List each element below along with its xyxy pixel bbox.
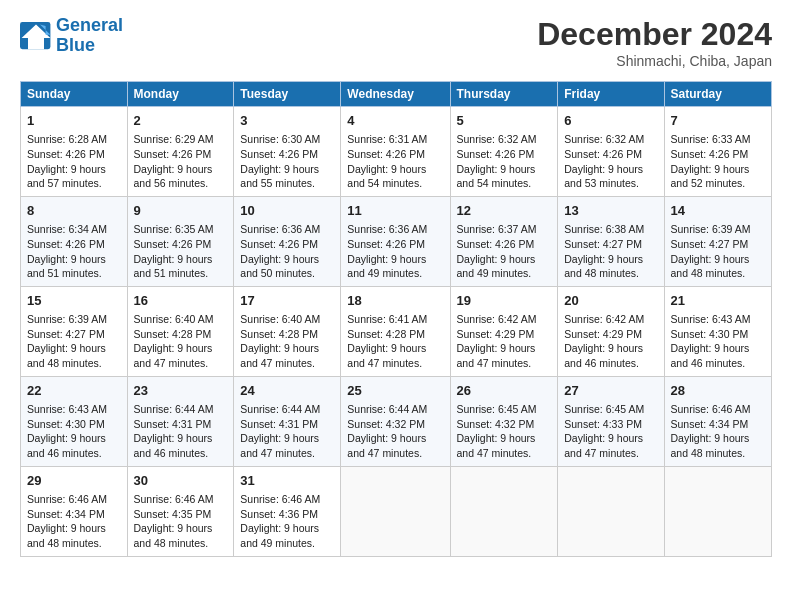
day-cell: 11Sunrise: 6:36 AMSunset: 4:26 PMDayligh… <box>341 196 450 286</box>
day-info-line: Sunrise: 6:45 AM <box>457 402 552 417</box>
day-number: 3 <box>240 112 334 130</box>
day-number: 12 <box>457 202 552 220</box>
day-info-line: Sunrise: 6:44 AM <box>240 402 334 417</box>
day-number: 27 <box>564 382 657 400</box>
day-number: 21 <box>671 292 765 310</box>
day-cell: 6Sunrise: 6:32 AMSunset: 4:26 PMDaylight… <box>558 107 664 197</box>
day-info-line: Daylight: 9 hours and 49 minutes. <box>347 252 443 281</box>
day-info-line: Sunrise: 6:31 AM <box>347 132 443 147</box>
day-number: 19 <box>457 292 552 310</box>
day-info-line: Sunset: 4:27 PM <box>27 327 121 342</box>
day-cell: 14Sunrise: 6:39 AMSunset: 4:27 PMDayligh… <box>664 196 771 286</box>
day-info-line: Sunrise: 6:46 AM <box>671 402 765 417</box>
day-cell: 28Sunrise: 6:46 AMSunset: 4:34 PMDayligh… <box>664 376 771 466</box>
day-number: 9 <box>134 202 228 220</box>
logo-icon <box>20 22 52 50</box>
day-info-line: Sunset: 4:26 PM <box>134 237 228 252</box>
day-cell <box>450 466 558 556</box>
header-row: SundayMondayTuesdayWednesdayThursdayFrid… <box>21 82 772 107</box>
day-info-line: Sunset: 4:28 PM <box>347 327 443 342</box>
day-info-line: Sunrise: 6:46 AM <box>134 492 228 507</box>
header-cell-sunday: Sunday <box>21 82 128 107</box>
day-info-line: Sunrise: 6:43 AM <box>27 402 121 417</box>
day-cell: 21Sunrise: 6:43 AMSunset: 4:30 PMDayligh… <box>664 286 771 376</box>
day-cell <box>558 466 664 556</box>
day-info-line: Sunrise: 6:36 AM <box>347 222 443 237</box>
day-number: 20 <box>564 292 657 310</box>
day-cell: 2Sunrise: 6:29 AMSunset: 4:26 PMDaylight… <box>127 107 234 197</box>
day-number: 17 <box>240 292 334 310</box>
day-cell: 9Sunrise: 6:35 AMSunset: 4:26 PMDaylight… <box>127 196 234 286</box>
day-info-line: Daylight: 9 hours and 46 minutes. <box>27 431 121 460</box>
day-info-line: Daylight: 9 hours and 47 minutes. <box>347 341 443 370</box>
day-info-line: Daylight: 9 hours and 46 minutes. <box>564 341 657 370</box>
day-info-line: Sunrise: 6:40 AM <box>240 312 334 327</box>
logo-blue: Blue <box>56 35 95 55</box>
day-number: 24 <box>240 382 334 400</box>
day-cell: 22Sunrise: 6:43 AMSunset: 4:30 PMDayligh… <box>21 376 128 466</box>
day-number: 5 <box>457 112 552 130</box>
day-number: 29 <box>27 472 121 490</box>
day-info-line: Sunset: 4:32 PM <box>457 417 552 432</box>
day-number: 1 <box>27 112 121 130</box>
day-cell: 15Sunrise: 6:39 AMSunset: 4:27 PMDayligh… <box>21 286 128 376</box>
day-number: 28 <box>671 382 765 400</box>
day-info-line: Daylight: 9 hours and 51 minutes. <box>27 252 121 281</box>
day-info-line: Sunrise: 6:33 AM <box>671 132 765 147</box>
day-number: 25 <box>347 382 443 400</box>
day-info-line: Sunrise: 6:38 AM <box>564 222 657 237</box>
logo-text: General Blue <box>56 16 123 56</box>
day-cell: 30Sunrise: 6:46 AMSunset: 4:35 PMDayligh… <box>127 466 234 556</box>
day-cell: 12Sunrise: 6:37 AMSunset: 4:26 PMDayligh… <box>450 196 558 286</box>
day-number: 26 <box>457 382 552 400</box>
day-cell: 31Sunrise: 6:46 AMSunset: 4:36 PMDayligh… <box>234 466 341 556</box>
day-number: 30 <box>134 472 228 490</box>
subtitle: Shinmachi, Chiba, Japan <box>537 53 772 69</box>
calendar-body: 1Sunrise: 6:28 AMSunset: 4:26 PMDaylight… <box>21 107 772 557</box>
day-cell <box>664 466 771 556</box>
day-info-line: Sunset: 4:26 PM <box>457 147 552 162</box>
day-info-line: Sunset: 4:26 PM <box>347 237 443 252</box>
day-info-line: Sunrise: 6:36 AM <box>240 222 334 237</box>
day-cell: 8Sunrise: 6:34 AMSunset: 4:26 PMDaylight… <box>21 196 128 286</box>
day-info-line: Daylight: 9 hours and 52 minutes. <box>671 162 765 191</box>
day-info-line: Sunrise: 6:39 AM <box>27 312 121 327</box>
header-cell-saturday: Saturday <box>664 82 771 107</box>
day-cell: 26Sunrise: 6:45 AMSunset: 4:32 PMDayligh… <box>450 376 558 466</box>
day-info-line: Sunrise: 6:44 AM <box>134 402 228 417</box>
day-info-line: Sunset: 4:26 PM <box>457 237 552 252</box>
day-number: 4 <box>347 112 443 130</box>
main-title: December 2024 <box>537 16 772 53</box>
day-info-line: Sunset: 4:28 PM <box>240 327 334 342</box>
day-info-line: Sunset: 4:35 PM <box>134 507 228 522</box>
day-cell <box>341 466 450 556</box>
day-info-line: Daylight: 9 hours and 50 minutes. <box>240 252 334 281</box>
day-info-line: Sunset: 4:33 PM <box>564 417 657 432</box>
day-info-line: Daylight: 9 hours and 49 minutes. <box>457 252 552 281</box>
day-info-line: Daylight: 9 hours and 48 minutes. <box>671 252 765 281</box>
day-info-line: Sunset: 4:28 PM <box>134 327 228 342</box>
day-info-line: Sunrise: 6:40 AM <box>134 312 228 327</box>
day-cell: 16Sunrise: 6:40 AMSunset: 4:28 PMDayligh… <box>127 286 234 376</box>
logo: General Blue <box>20 16 123 56</box>
day-info-line: Daylight: 9 hours and 53 minutes. <box>564 162 657 191</box>
day-info-line: Sunset: 4:34 PM <box>671 417 765 432</box>
day-info-line: Daylight: 9 hours and 47 minutes. <box>240 431 334 460</box>
day-cell: 4Sunrise: 6:31 AMSunset: 4:26 PMDaylight… <box>341 107 450 197</box>
day-info-line: Sunrise: 6:30 AM <box>240 132 334 147</box>
day-info-line: Sunset: 4:36 PM <box>240 507 334 522</box>
title-block: December 2024 Shinmachi, Chiba, Japan <box>537 16 772 69</box>
day-cell: 27Sunrise: 6:45 AMSunset: 4:33 PMDayligh… <box>558 376 664 466</box>
day-info-line: Sunset: 4:27 PM <box>671 237 765 252</box>
day-cell: 24Sunrise: 6:44 AMSunset: 4:31 PMDayligh… <box>234 376 341 466</box>
day-number: 10 <box>240 202 334 220</box>
day-info-line: Sunrise: 6:37 AM <box>457 222 552 237</box>
day-info-line: Daylight: 9 hours and 47 minutes. <box>240 341 334 370</box>
day-info-line: Sunset: 4:30 PM <box>27 417 121 432</box>
day-number: 15 <box>27 292 121 310</box>
day-info-line: Sunset: 4:26 PM <box>564 147 657 162</box>
day-number: 18 <box>347 292 443 310</box>
day-cell: 10Sunrise: 6:36 AMSunset: 4:26 PMDayligh… <box>234 196 341 286</box>
day-info-line: Sunset: 4:32 PM <box>347 417 443 432</box>
day-info-line: Daylight: 9 hours and 46 minutes. <box>671 341 765 370</box>
